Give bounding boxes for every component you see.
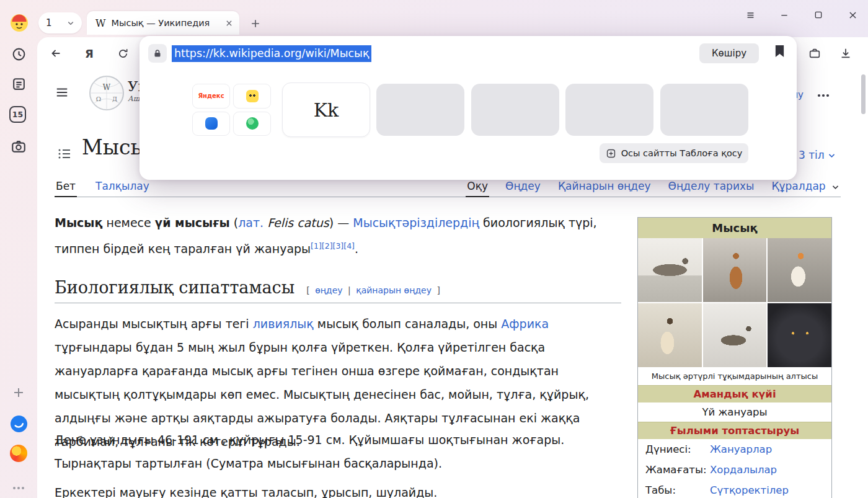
cat-photo-gray-tabby-lying[interactable] — [638, 238, 702, 302]
add-to-tablo-button[interactable]: Осы сайтты Таблоға қосу — [600, 143, 748, 163]
yandex-search-button[interactable]: Я — [78, 42, 100, 64]
tab-group-count: 1 — [46, 17, 52, 29]
feed-icon[interactable] — [9, 74, 28, 93]
browser-tab[interactable]: W Мысық — Уикипедия — [87, 11, 239, 35]
yandex-blue-service-tile[interactable] — [192, 112, 230, 136]
tab-close-icon[interactable] — [225, 19, 233, 27]
intro-bold-term: Мысық — [55, 216, 102, 229]
plus-icon — [249, 17, 262, 30]
browser-menu-icon[interactable] — [743, 8, 757, 22]
libyan-cat-link[interactable]: ливиялық — [253, 317, 314, 331]
section-edit-links: [ өңдеу | қайнарын өңдеу ] — [306, 285, 440, 295]
lock-icon — [153, 48, 162, 58]
bracket: [ — [306, 285, 309, 295]
ref-3[interactable]: [3] — [333, 241, 344, 251]
back-button[interactable] — [45, 42, 67, 64]
taxonomy-value-link[interactable]: Сүтқоректілер — [710, 484, 789, 496]
cat-photo-white-orange[interactable] — [768, 238, 831, 302]
site-security-button[interactable] — [148, 44, 167, 63]
sidebar-add-icon[interactable] — [9, 383, 28, 402]
infobox-title: Мысық — [638, 218, 831, 238]
infobox-taxonomy-header: Ғылыми топтастыруы — [638, 422, 831, 439]
taxonomy-label: Дүниесі: — [645, 443, 710, 455]
empty-tablo-tile — [565, 84, 653, 136]
infobox-photo-grid — [638, 238, 831, 367]
taxonomy-row: Дүниесі: Жануарлар — [638, 439, 831, 460]
section-edit-source-link[interactable]: қайнарын өңдеу — [356, 285, 432, 295]
cat-photo-siamese[interactable] — [638, 303, 702, 367]
sidebar-more-icon[interactable] — [9, 479, 28, 497]
extensions-icon[interactable] — [804, 42, 826, 64]
chevron-down-icon — [67, 19, 74, 27]
maximize-button[interactable] — [812, 8, 825, 22]
tab-page[interactable]: Бет — [55, 176, 77, 197]
url-input[interactable]: https://kk.wikipedia.org/wiki/Мысық — [172, 45, 371, 62]
close-button[interactable] — [846, 8, 859, 22]
intro-text: ( — [230, 216, 238, 229]
yandex-search-tile[interactable]: Яндекс — [192, 84, 230, 109]
tab-group-button[interactable]: 1 — [38, 12, 82, 33]
new-tab-button[interactable] — [247, 15, 264, 32]
cat-photo-tabby-walking[interactable] — [703, 303, 767, 367]
article-intro: Мысық немесе үй мысығы (лат. Felis catus… — [55, 211, 622, 260]
latin-link[interactable]: лат. — [238, 216, 264, 229]
cat-photo-abyssinian[interactable] — [703, 238, 767, 302]
ref-1[interactable]: [1] — [311, 241, 322, 251]
section-edit-link[interactable]: өңдеу — [315, 285, 342, 295]
taxonomy-label: Жамағаты: — [645, 464, 710, 476]
bracket: ] — [436, 285, 440, 295]
language-button[interactable]: 3 тіл — [799, 149, 836, 161]
bookmark-icon[interactable] — [774, 44, 786, 61]
infobox-status-value: Үй жануары — [638, 402, 831, 422]
contents-list-icon[interactable] — [57, 146, 72, 164]
yandex-service-orange-icon[interactable] — [9, 444, 28, 463]
profile-avatar[interactable] — [10, 14, 29, 32]
ref-4[interactable]: [4] — [343, 241, 355, 251]
reload-button[interactable] — [112, 42, 134, 64]
downloads-icon[interactable] — [835, 42, 857, 64]
wiki-more-menu-icon[interactable] — [816, 88, 831, 105]
section-heading-row: Биологиялық сипаттамасы [ өңдеу | қайнар… — [55, 278, 621, 303]
cat-photo-black[interactable] — [768, 303, 831, 367]
chevron-down-icon — [831, 183, 839, 191]
infobox-status-header: Амандық күйі — [638, 385, 831, 402]
felidae-link[interactable]: Мысықтәрізділердің — [353, 216, 479, 229]
svg-text:Ω: Ω — [96, 96, 101, 102]
yandex-green-service-tile[interactable] — [233, 112, 271, 136]
screenshot-camera-icon[interactable] — [9, 137, 28, 156]
tab-counter[interactable]: 15 — [9, 106, 26, 123]
yandex-logo: Яндекс — [198, 92, 224, 99]
scrollbar-thumb[interactable] — [861, 74, 866, 114]
add-to-tablo-label: Осы сайтты Таблоға қосу — [621, 148, 743, 158]
kk-wikipedia-tile[interactable]: Kk — [282, 82, 370, 137]
intro-text: ) — — [329, 216, 353, 229]
taxonomy-label: Табы: — [645, 484, 710, 496]
separator: | — [348, 285, 351, 295]
green-service-icon — [246, 117, 259, 130]
taxonomy-value-link[interactable]: Жануарлар — [710, 443, 772, 455]
tab-bar: 1 W Мысық — Уикипедия — [0, 0, 868, 37]
blue-service-icon — [205, 117, 218, 130]
tab-tools-label: Құралдар — [771, 180, 825, 192]
wikipedia-logo[interactable]: W Ω Д — [88, 74, 125, 114]
yandex-yellow-service-tile[interactable] — [233, 84, 271, 109]
history-icon[interactable] — [9, 45, 28, 63]
section-heading: Биологиялық сипаттамасы — [55, 278, 294, 297]
minimize-button[interactable] — [777, 8, 791, 22]
paragraph-text: мысық болып саналады, оны — [314, 317, 502, 331]
add-square-icon — [606, 148, 616, 159]
article-paragraph: Еркектері мауығу кезінде қатты таласып, … — [55, 481, 622, 498]
infobox: Мысық Мысық әртүрлі тұқымдарының алтысы … — [637, 217, 832, 498]
sidebar: 15 — [0, 37, 37, 498]
tab-talk[interactable]: Талқылау — [94, 176, 151, 197]
ref-2[interactable]: [2] — [322, 241, 333, 251]
africa-link[interactable]: Африка — [501, 317, 549, 331]
paragraph-text: Асыранды мысықтың арғы тегі — [55, 317, 253, 331]
empty-tablo-tile — [660, 84, 748, 136]
taxonomy-value-link[interactable]: Хордалылар — [710, 464, 777, 476]
yandex-service-blue-icon[interactable] — [9, 414, 28, 433]
wiki-hamburger-icon[interactable] — [55, 86, 69, 102]
copy-url-button[interactable]: Көшіру — [699, 43, 759, 63]
svg-text:Д: Д — [112, 96, 117, 102]
article-paragraph: Дене ұзындығы 46-191 см , құйрығы 15-91 … — [55, 428, 622, 475]
